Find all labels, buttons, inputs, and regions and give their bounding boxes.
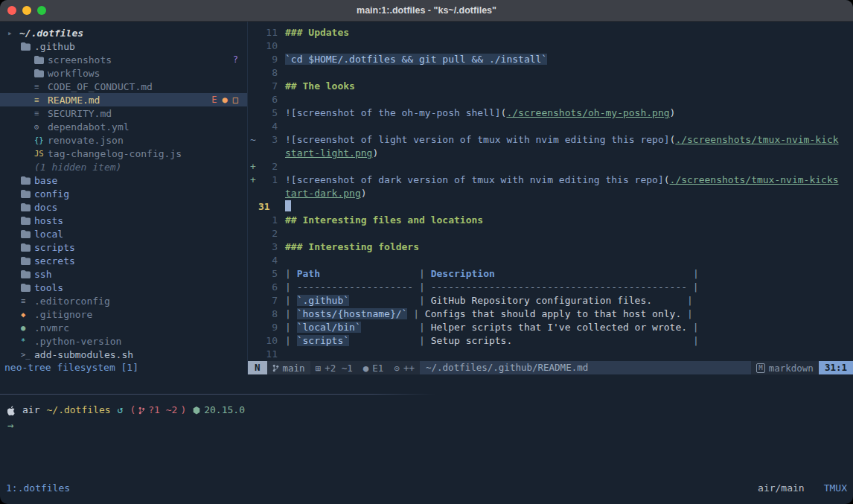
tree-item[interactable]: base xyxy=(0,173,247,187)
line-text[interactable]: tart-dark.png) xyxy=(278,187,367,200)
line-text[interactable] xyxy=(278,120,285,133)
line-text[interactable] xyxy=(278,348,285,361)
editor-line[interactable]: + 2 xyxy=(248,160,853,173)
git-diff-segment: ⊞ +2 ~1 xyxy=(310,361,358,374)
tree-item[interactable]: docs xyxy=(0,200,247,214)
line-text[interactable] xyxy=(278,93,285,106)
editor-line[interactable]: 9 | `local/bin` | Helper scripts that I'… xyxy=(248,321,853,334)
editor-line[interactable]: 8 xyxy=(248,66,853,80)
gutter-sign xyxy=(248,39,258,53)
code-segment: | xyxy=(495,268,699,279)
tree-item[interactable]: ssh xyxy=(0,267,247,281)
line-text[interactable]: ## Interesting files and locations xyxy=(278,214,483,227)
editor-line[interactable]: 5 ![screenshot of the oh-my-posh shell](… xyxy=(248,106,853,120)
line-text[interactable]: ## The looks xyxy=(278,80,355,93)
item-label: config xyxy=(34,188,69,200)
editor-line[interactable]: 8 | `hosts/{hostname}/` | Configs that s… xyxy=(248,307,853,321)
line-text[interactable]: ![screenshot of dark version of tmux wit… xyxy=(278,173,839,187)
line-text[interactable]: | `.github` | GitHub Repository configur… xyxy=(278,294,693,307)
editor-line[interactable]: 6 | -------------------- | -------------… xyxy=(248,281,853,294)
refresh-icon: ↺ xyxy=(118,403,124,417)
tree-item[interactable]: config xyxy=(0,187,247,200)
editor-line[interactable]: 6 xyxy=(248,93,853,106)
line-text[interactable] xyxy=(278,227,285,240)
editor-line[interactable]: 11 ### Updates xyxy=(248,26,853,39)
neo-tree-sidebar[interactable]: ▸ ~/.dotfiles .github screenshots ? work… xyxy=(0,22,247,374)
editor-line[interactable]: 2 xyxy=(248,227,853,240)
shell-input-line[interactable]: → xyxy=(0,417,853,432)
tree-item[interactable]: scripts xyxy=(0,240,247,254)
tree-item[interactable]: ≡ CODE_OF_CONDUCT.md xyxy=(0,80,247,93)
editor-line[interactable]: 10 | `scripts` | Setup scripts. | xyxy=(248,334,853,348)
tree-item[interactable]: .github xyxy=(0,39,247,53)
editor-line[interactable]: ~ 3 ![screenshot of light version of tmu… xyxy=(248,133,853,147)
editor-line[interactable]: 4 xyxy=(248,254,853,267)
tree-item[interactable]: >_ add-submodules.sh xyxy=(0,348,247,361)
titlebar[interactable]: main:1:.dotfiles - "ks~/.dotfiles" xyxy=(0,0,853,22)
line-text[interactable] xyxy=(278,160,285,173)
line-text[interactable]: | `scripts` | Setup scripts. | xyxy=(278,334,699,348)
tree-item[interactable]: tools xyxy=(0,281,247,294)
minimize-button[interactable] xyxy=(22,6,31,15)
item-icon: ◆ xyxy=(21,310,34,319)
gutter-sign xyxy=(248,80,258,93)
code-segment: `scripts` xyxy=(297,335,349,346)
line-text[interactable]: `cd $HOME/.dotfiles && git pull && ./ins… xyxy=(278,53,547,66)
item-icon xyxy=(21,217,34,225)
tree-item[interactable]: secrets xyxy=(0,254,247,267)
expander-icon[interactable]: ▸ xyxy=(7,28,19,38)
line-text[interactable] xyxy=(278,66,285,80)
tree-item[interactable]: workflows xyxy=(0,66,247,80)
tree-item[interactable]: ≡ SECURITY.md xyxy=(0,106,247,120)
diff-icon: ⊞ xyxy=(316,363,322,374)
tree-item[interactable]: local xyxy=(0,227,247,240)
line-text[interactable]: ![screenshot of the oh-my-posh shell](./… xyxy=(278,106,675,120)
code-segment: `cd $HOME/.dotfiles && git pull && ./ins… xyxy=(285,54,547,65)
close-button[interactable] xyxy=(7,6,16,15)
tree-item[interactable]: * .python-version xyxy=(0,334,247,348)
line-text[interactable] xyxy=(278,200,291,214)
editor-line[interactable]: tart-dark.png) xyxy=(248,187,853,200)
line-text[interactable]: ### Interesting folders xyxy=(278,240,419,254)
tree-item[interactable]: ◆ .gitignore xyxy=(0,307,247,321)
editor-pane[interactable]: 11 ### Updates 10 9 `cd $HOME/.dotfiles … xyxy=(247,22,853,374)
editor-line[interactable]: 4 xyxy=(248,120,853,133)
tree-item[interactable]: {} renovate.json xyxy=(0,133,247,147)
editor-line[interactable]: 7 | `.github` | GitHub Repository config… xyxy=(248,294,853,307)
editor-line[interactable]: 31 xyxy=(248,200,853,214)
line-text[interactable]: ### Updates xyxy=(278,26,349,39)
tree-item[interactable]: ≡ .editorconfig xyxy=(0,294,247,307)
tree-item[interactable]: ● .nvmrc xyxy=(0,321,247,334)
editor-line[interactable]: 11 xyxy=(248,348,853,361)
line-text[interactable] xyxy=(278,254,285,267)
zoom-button[interactable] xyxy=(37,6,46,15)
line-text[interactable]: | `hosts/{hostname}/` | Configs that sho… xyxy=(278,307,693,321)
line-text[interactable]: start-light.png) xyxy=(278,147,378,160)
editor-line[interactable]: 1 ## Interesting files and locations xyxy=(248,214,853,227)
tree-item[interactable]: ▸ ~/.dotfiles xyxy=(0,26,247,39)
tree-item[interactable]: JS tag-changelog-config.js xyxy=(0,147,247,160)
tree-item[interactable]: (1 hidden item) xyxy=(0,160,247,173)
tmux-window-label[interactable]: 1:.dotfiles xyxy=(6,482,70,494)
git-branch-name: main xyxy=(283,363,305,374)
editor-line[interactable]: + 1 ![screenshot of dark version of tmux… xyxy=(248,173,853,187)
editor-line[interactable]: 9 `cd $HOME/.dotfiles && git pull && ./i… xyxy=(248,53,853,66)
editor-line[interactable]: 5 | Path | Description | xyxy=(248,267,853,281)
tree-item[interactable]: ≡ README.md E●□ xyxy=(0,93,247,106)
line-text[interactable]: | -------------------- | ---------------… xyxy=(278,281,699,294)
tree-item[interactable]: hosts xyxy=(0,214,247,227)
line-text[interactable] xyxy=(278,39,285,53)
tree-item[interactable]: ⊙ dependabot.yml xyxy=(0,120,247,133)
line-text[interactable]: | Path | Description | xyxy=(278,267,699,281)
editor-line[interactable]: 7 ## The looks xyxy=(248,80,853,93)
editor-line[interactable]: 3 ### Interesting folders xyxy=(248,240,853,254)
tmux-statusbar: 1:.dotfiles air/main TMUX xyxy=(6,482,847,494)
line-text[interactable]: ![screenshot of light version of tmux wi… xyxy=(278,133,839,147)
gutter-sign xyxy=(248,120,258,133)
editor-line[interactable]: 10 xyxy=(248,39,853,53)
tree-item[interactable]: screenshots ? xyxy=(0,53,247,66)
editor-line[interactable]: start-light.png) xyxy=(248,147,853,160)
line-number xyxy=(258,147,278,160)
item-label: hosts xyxy=(34,215,63,226)
line-text[interactable]: | `local/bin` | Helper scripts that I've… xyxy=(278,321,699,334)
